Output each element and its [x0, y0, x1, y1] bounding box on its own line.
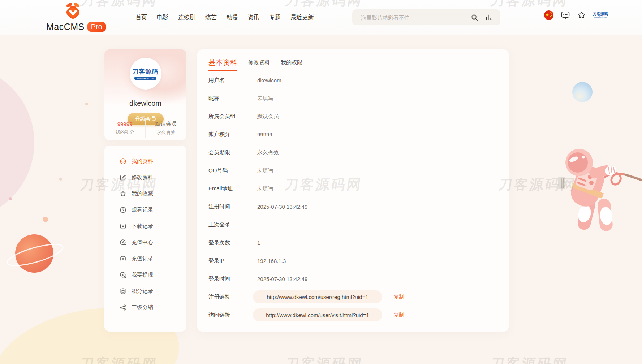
detail-row-last-login: 上次登录: [197, 216, 509, 234]
row-label: 用户名: [208, 77, 257, 84]
row-label: 注册链接: [208, 294, 257, 300]
coin-plus-icon: ¥: [119, 239, 127, 246]
sidebar-item-my-profile[interactable]: 我的资料: [104, 153, 186, 169]
sidebar-item-label: 充值中心: [132, 239, 153, 246]
detail-row-member-expiry: 会员期限 永久有效: [197, 143, 509, 161]
sidebar-item-my-favorites[interactable]: 我的收藏: [104, 186, 186, 202]
planet-decoration: [5, 228, 67, 281]
search-icon[interactable]: [470, 13, 479, 22]
dot-decoration: [85, 103, 88, 105]
nav-item-movies[interactable]: 电影: [157, 14, 168, 21]
detail-row-login-ip: 登录IP 192.168.1.3: [197, 252, 509, 270]
logo-text: MacCMS: [46, 22, 85, 32]
register-link-field[interactable]: http://www.dkewl.com/user/reg.html?uid=1: [253, 290, 382, 303]
ladder-decoration: [558, 177, 565, 189]
sidebar-item-recharge-center[interactable]: ¥ 充值中心: [104, 234, 186, 251]
svg-text:¥: ¥: [122, 240, 124, 244]
nav-item-anime[interactable]: 动漫: [227, 14, 238, 21]
sidebar-item-label: 我的资料: [132, 158, 153, 165]
share-icon: [119, 304, 127, 311]
detail-row-register-time: 注册时间 2025-07-30 13:42:49: [197, 198, 509, 216]
sidebar-item-withdraw[interactable]: ¥ 我要提现: [104, 267, 186, 283]
nav-item-series[interactable]: 连续剧: [178, 14, 195, 21]
smile-icon: [119, 157, 127, 165]
nav-item-variety[interactable]: 综艺: [205, 14, 217, 21]
astronaut-decoration: [558, 145, 642, 237]
row-label: Email地址: [208, 185, 257, 192]
row-value: 永久有效: [257, 149, 279, 156]
mini-logo-text: 刀客源码: [593, 12, 608, 16]
row-label: 所属会员组: [208, 113, 257, 120]
sidebar-item-points-history[interactable]: 积分记录: [104, 283, 186, 299]
profile-stats: 99999 我的积分默认会员 永久有效: [104, 118, 186, 138]
watermark: 刀客源码网: [489, 355, 569, 364]
china-flag-icon[interactable]: [544, 10, 554, 20]
site-mini-logo[interactable]: 刀客源码 www.dkewl.com: [593, 12, 608, 18]
row-label: 访问链接: [208, 312, 257, 318]
row-label: 登录次数: [208, 239, 257, 246]
row-label: 昵称: [208, 95, 257, 102]
profile-card: 刀客源码 www.dkewl.com dkewlcom 升级会员 99999 我…: [104, 49, 186, 140]
stat-label: 永久有效: [157, 129, 176, 136]
message-icon[interactable]: [560, 10, 570, 20]
username: dkewlcom: [104, 99, 186, 108]
sidebar-item-download-history[interactable]: 下载记录: [104, 218, 186, 234]
detail-row-visit-link: 访问链接 http://www.dkewl.com/user/visit.htm…: [197, 306, 509, 324]
row-value: 默认会员: [257, 113, 279, 120]
profile-detail-rows: 用户名 dkewlcom昵称 未填写所属会员组 默认会员账户积分 99999会员…: [197, 71, 509, 324]
dot-decoration: [43, 217, 48, 222]
sidebar-item-edit-profile[interactable]: 修改资料: [104, 169, 186, 186]
row-value: 99999: [257, 131, 272, 138]
avatar-logo-text: 刀客源码: [133, 68, 159, 76]
copy-register-link-button[interactable]: 复制: [391, 293, 406, 301]
nav-item-home[interactable]: 首页: [135, 14, 147, 21]
svg-text:¥: ¥: [122, 273, 124, 277]
row-value: 未填写: [257, 185, 273, 192]
visit-link-field[interactable]: http://www.dkewl.com/user/visit.html?uid…: [253, 308, 382, 321]
row-label: 登录时间: [208, 276, 257, 282]
copy-visit-link-button[interactable]: 复制: [391, 311, 406, 319]
dot-decoration: [9, 197, 12, 200]
edit-icon: [119, 174, 127, 181]
page: MacCMS Pro 首页电影连续剧综艺动漫资讯专题最近更新: [0, 0, 642, 364]
row-link-value: http://www.dkewl.com/user/reg.html?uid=1: [267, 294, 368, 300]
sidebar-item-watch-history[interactable]: 观看记录: [104, 202, 186, 218]
nav-item-news[interactable]: 资讯: [248, 14, 259, 21]
watermark: 刀客源码网: [284, 355, 364, 364]
avatar[interactable]: 刀客源码 www.dkewl.com: [130, 58, 161, 90]
detail-row-nickname: 昵称 未填写: [197, 89, 509, 107]
nav-item-topics[interactable]: 专题: [269, 14, 281, 21]
watermark: 刀客源码网: [497, 176, 577, 194]
tab-basic-info[interactable]: 基本资料: [208, 58, 237, 71]
database-icon: [119, 287, 127, 295]
row-label: QQ号码: [208, 167, 257, 174]
detail-row-email: Email地址 未填写: [197, 179, 509, 198]
sidebar-item-affiliate[interactable]: 三级分销: [104, 299, 186, 316]
clock-icon: [119, 206, 127, 214]
favorite-star-icon[interactable]: [577, 10, 586, 20]
star-icon: [119, 190, 127, 198]
sidebar-item-recharge-history[interactable]: ¥ 充值记录: [104, 251, 186, 267]
row-value: 未填写: [257, 167, 273, 174]
search-input[interactable]: [360, 14, 470, 21]
stat-value: 默认会员: [155, 121, 177, 127]
stat-label: 我的积分: [116, 129, 134, 135]
dot-decoration: [59, 178, 62, 181]
detail-row-username: 用户名 dkewlcom: [197, 71, 509, 89]
svg-text:¥: ¥: [122, 257, 124, 261]
main-nav: 首页电影连续剧综艺动漫资讯专题最近更新: [135, 0, 314, 35]
ranking-chart-icon[interactable]: [484, 13, 492, 21]
site-logo[interactable]: MacCMS Pro: [46, 2, 126, 32]
row-label: 账户积分: [208, 131, 257, 138]
blue-sphere-decoration: [572, 82, 593, 102]
tab-my-permissions[interactable]: 我的权限: [281, 59, 302, 71]
pink-blob-decoration: [0, 65, 34, 220]
profile-stat: 99999 我的积分: [104, 118, 146, 138]
stat-value: 99999: [117, 121, 133, 127]
detail-row-register-link: 注册链接 http://www.dkewl.com/user/reg.html?…: [197, 288, 509, 306]
row-value: dkewlcom: [257, 77, 281, 83]
nav-item-recent-updates[interactable]: 最近更新: [290, 14, 314, 21]
tab-edit-info[interactable]: 修改资料: [248, 59, 270, 71]
profile-stat: 默认会员 永久有效: [146, 118, 186, 138]
row-label: 会员期限: [208, 149, 257, 156]
